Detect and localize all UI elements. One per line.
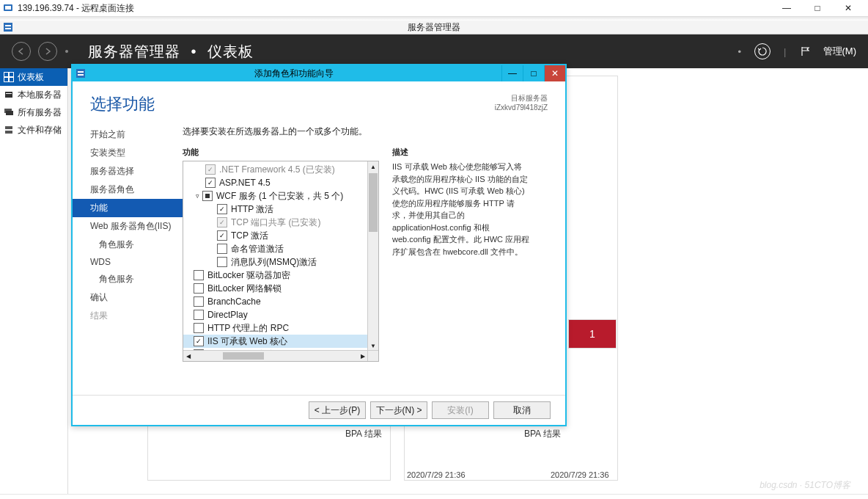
features-listbox: .NET Framework 4.5 (已安装)ASP.NET 4.5▿WCF … bbox=[183, 161, 379, 362]
rdp-icon bbox=[3, 3, 13, 13]
rdp-titlebar: 139.196.39.74 - 远程桌面连接 — □ ✕ bbox=[0, 0, 868, 17]
maximize-button[interactable]: □ bbox=[811, 1, 824, 15]
feature-item[interactable]: DirectPlay bbox=[183, 308, 368, 321]
feature-label: BitLocker 驱动器加密 bbox=[207, 269, 290, 282]
sm-window-titlebar: 服务器管理器 bbox=[0, 21, 868, 34]
bpa-label: BPA 结果 bbox=[345, 428, 382, 440]
feature-item[interactable]: HTTP 代理上的 RPC bbox=[183, 321, 368, 335]
horizontal-scrollbar[interactable]: ◀ ▶ bbox=[183, 350, 368, 361]
sidebar-item-file-storage[interactable]: 文件和存储 bbox=[0, 121, 67, 139]
wizard-step[interactable]: 功能 bbox=[73, 199, 183, 217]
target-server-label: 目标服务器 bbox=[495, 93, 548, 103]
wizard-maximize-button[interactable]: □ bbox=[523, 65, 544, 81]
wizard-step[interactable]: 开始之前 bbox=[73, 125, 183, 144]
feature-label: TCP 端口共享 (已安装) bbox=[231, 216, 320, 229]
sidebar: 仪表板 本地服务器 所有服务器 文件和存储 bbox=[0, 68, 68, 499]
feature-item[interactable]: HTTP 激活 bbox=[183, 203, 368, 216]
wizard-steps: 开始之前安装类型服务器选择服务器角色功能Web 服务器角色(IIS)角色服务WD… bbox=[73, 123, 183, 387]
wizard-step[interactable]: 角色服务 bbox=[73, 236, 183, 254]
sidebar-item-label: 文件和存储 bbox=[18, 124, 62, 136]
feature-item[interactable]: 消息队列(MSMQ)激活 bbox=[183, 255, 368, 269]
nav-back-button[interactable] bbox=[12, 42, 31, 61]
svg-rect-16 bbox=[5, 131, 12, 134]
feature-item[interactable]: BranchCache bbox=[183, 295, 368, 308]
feature-item[interactable]: .NET Framework 4.5 (已安装) bbox=[183, 163, 368, 176]
refresh-button[interactable] bbox=[754, 43, 770, 59]
checkbox[interactable] bbox=[194, 323, 204, 333]
wizard-titlebar[interactable]: 添加角色和功能向导 — □ ✕ bbox=[73, 65, 565, 81]
feature-item[interactable]: TCP 激活 bbox=[183, 229, 368, 242]
scroll-thumb[interactable] bbox=[369, 173, 378, 232]
checkbox[interactable] bbox=[205, 178, 216, 188]
checkbox[interactable] bbox=[194, 283, 204, 294]
svg-rect-4 bbox=[5, 28, 11, 29]
svg-rect-14 bbox=[6, 111, 13, 115]
wizard-minimize-button[interactable]: — bbox=[501, 65, 523, 81]
checkbox[interactable] bbox=[217, 244, 227, 254]
vertical-scrollbar[interactable]: ▲ ▼ bbox=[367, 161, 378, 351]
alert-count: 1 bbox=[589, 328, 595, 340]
wizard-step[interactable]: 确认 bbox=[73, 288, 183, 307]
feature-label: IIS 可承载 Web 核心 bbox=[207, 335, 287, 348]
next-button[interactable]: 下一步(N) > bbox=[370, 401, 427, 419]
checkbox[interactable] bbox=[194, 310, 204, 320]
feature-item[interactable]: BitLocker 驱动器加密 bbox=[183, 269, 368, 282]
wizard-step: 结果 bbox=[73, 307, 183, 325]
nav-forward-button[interactable] bbox=[38, 42, 57, 61]
checkbox[interactable] bbox=[202, 191, 213, 201]
svg-point-5 bbox=[65, 50, 68, 53]
checkbox[interactable] bbox=[194, 296, 204, 307]
scrollbar-corner bbox=[367, 350, 378, 361]
scroll-thumb[interactable] bbox=[223, 352, 264, 360]
close-button[interactable]: ✕ bbox=[842, 1, 855, 15]
scroll-left-icon[interactable]: ◀ bbox=[183, 353, 194, 360]
wizard-close-button[interactable]: ✕ bbox=[544, 65, 565, 81]
sidebar-item-label: 仪表板 bbox=[18, 71, 44, 84]
cancel-button[interactable]: 取消 bbox=[493, 401, 551, 419]
feature-label: WCF 服务 (1 个已安装，共 5 个) bbox=[216, 190, 343, 203]
flag-icon[interactable] bbox=[800, 46, 810, 57]
manage-menu[interactable]: 管理(M) bbox=[823, 45, 857, 58]
wizard-step[interactable]: 服务器选择 bbox=[73, 162, 183, 181]
timestamp: 2020/7/29 21:36 bbox=[551, 470, 609, 479]
sidebar-item-dashboard[interactable]: 仪表板 bbox=[0, 68, 67, 86]
watermark: blog.csdn · 51CTO博客 bbox=[760, 479, 850, 492]
status-bar bbox=[0, 494, 868, 499]
wizard-step[interactable]: Web 服务器角色(IIS) bbox=[73, 217, 183, 236]
sidebar-item-local-server[interactable]: 本地服务器 bbox=[0, 86, 67, 103]
feature-label: BranchCache bbox=[207, 296, 261, 307]
scroll-up-icon[interactable]: ▲ bbox=[368, 161, 378, 172]
feature-label: HTTP 激活 bbox=[231, 203, 273, 216]
expander-icon[interactable]: ▿ bbox=[194, 192, 201, 200]
feature-item[interactable]: TCP 端口共享 (已安装) bbox=[183, 216, 368, 229]
feature-item[interactable]: ASP.NET 4.5 bbox=[183, 176, 368, 189]
wizard-step[interactable]: 服务器角色 bbox=[73, 181, 183, 199]
feature-item[interactable]: 命名管道激活 bbox=[183, 242, 368, 255]
alert-tile[interactable]: 1 bbox=[568, 319, 617, 349]
checkbox[interactable] bbox=[217, 230, 227, 241]
feature-label: TCP 激活 bbox=[231, 230, 268, 242]
checkbox[interactable] bbox=[217, 257, 227, 267]
svg-rect-12 bbox=[6, 93, 12, 94]
sidebar-item-all-servers[interactable]: 所有服务器 bbox=[0, 103, 67, 121]
sidebar-item-label: 所有服务器 bbox=[18, 106, 62, 119]
wizard-icon bbox=[76, 68, 86, 79]
scroll-right-icon[interactable]: ▶ bbox=[358, 353, 368, 360]
scroll-down-icon[interactable]: ▼ bbox=[368, 340, 378, 351]
checkbox[interactable] bbox=[194, 336, 204, 346]
svg-rect-8 bbox=[10, 73, 13, 76]
prev-button[interactable]: < 上一步(P) bbox=[309, 401, 366, 419]
wizard-step[interactable]: 角色服务 bbox=[73, 270, 183, 288]
wizard-step[interactable]: 安装类型 bbox=[73, 144, 183, 162]
minimize-button[interactable]: — bbox=[780, 1, 793, 15]
timestamp: 2020/7/29 21:36 bbox=[407, 470, 466, 479]
wizard-step[interactable]: WDS bbox=[73, 254, 183, 270]
checkbox[interactable] bbox=[194, 270, 204, 280]
feature-item[interactable]: BitLocker 网络解锁 bbox=[183, 282, 368, 295]
feature-item[interactable]: IIS 可承载 Web 核心 bbox=[183, 335, 368, 348]
storage-icon bbox=[3, 124, 15, 136]
checkbox[interactable] bbox=[217, 204, 227, 214]
breadcrumb-root[interactable]: 服务器管理器 bbox=[88, 43, 180, 59]
feature-item[interactable]: ▿WCF 服务 (1 个已安装，共 5 个) bbox=[183, 189, 368, 203]
server-icon bbox=[3, 89, 15, 101]
